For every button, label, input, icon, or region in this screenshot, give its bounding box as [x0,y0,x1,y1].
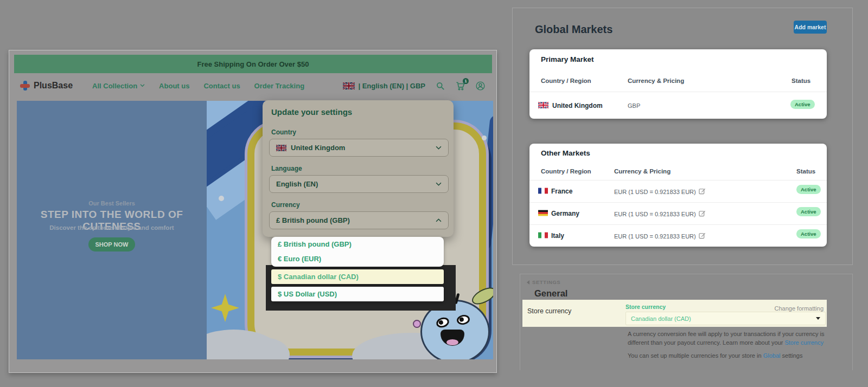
store-currency-row-label: Store currency [527,307,571,315]
nav-item-label: All Collection [92,82,137,90]
currency-pricing: EUR (1 USD = 0.921833 EUR) [614,188,706,196]
modal-title: Update your settings [271,107,352,117]
currency-text: EUR (1 USD = 0.921833 EUR) [614,189,696,195]
country-select[interactable]: United Kingdom [269,139,449,157]
uk-flag-icon [343,82,355,89]
column-header: Country / Region [541,168,591,175]
edit-icon[interactable] [699,232,706,240]
column-header: Status [792,78,810,84]
apple-mouth [441,330,464,346]
nav-item-about-us[interactable]: About us [159,82,189,90]
settings-general-panel: SETTINGS General Store currency Store cu… [520,274,853,370]
currency-option-label: $ Canadian dollar (CAD) [271,269,444,284]
currency-option-usd[interactable]: $ US Dollar (USD) [271,287,444,301]
account-icon[interactable] [475,81,486,91]
screenshot-canvas: Free Shipping On Order Over $50 PlusBase… [0,0,868,387]
illustration-dot [219,196,224,201]
edit-icon[interactable] [699,210,706,218]
global-settings-link[interactable]: Global [763,352,781,359]
note-text: settings [780,352,802,359]
status-badge: Active [796,207,821,216]
edit-icon[interactable] [699,188,706,196]
search-icon[interactable] [435,81,445,91]
column-header: Currency & Pricing [628,78,684,84]
store-currency-row-highlighted: Store currency Store currency Change for… [522,300,827,327]
country-name: France [551,188,572,195]
status-badge: Active [790,100,815,109]
multi-currency-note: You can set up multiple currencies for y… [628,352,845,360]
section-title: General [534,288,567,299]
chevron-down-icon [140,84,145,87]
country-name: United Kingdom [552,102,603,109]
chevron-down-icon [436,146,442,150]
chevron-up-icon [436,218,442,222]
nav-right-cluster: | English (EN) | GBP 1 [343,81,486,91]
chevron-down-icon [436,182,442,186]
currency-text: EUR (1 USD = 0.921833 EUR) [614,211,696,217]
plus-logo-icon [20,81,30,91]
currency-option-gbp[interactable]: £ British pound (GBP) [271,237,444,251]
column-header: Country / Region [541,78,591,84]
update-settings-modal: Update your settings Country United King… [263,100,454,237]
country-value: United Kingdom [291,144,345,152]
uk-flag-icon [276,145,286,151]
card-title: Primary Market [541,55,594,63]
storefront-navbar: PlusBase All Collection About us Contact… [9,73,496,98]
italy-flag-icon [538,232,548,238]
add-market-button[interactable]: Add market [794,21,827,34]
promo-banner: Free Shipping On Order Over $50 [14,55,492,73]
france-flag-icon [538,188,548,194]
cart-count-badge: 1 [463,78,469,84]
currency-pricing: EUR (1 USD = 0.921833 EUR) [614,210,706,218]
caret-down-icon [816,317,820,320]
status-badge: Active [796,185,821,194]
currency-pricing: EUR (1 USD = 0.921833 EUR) [614,232,706,240]
page-title: Global Markets [535,23,612,36]
apple-eye [456,314,471,326]
currency-option-eur[interactable]: € Euro (EUR) [271,251,444,266]
store-currency-link[interactable]: Store currency [784,339,824,346]
germany-flag-icon [538,210,548,216]
card-title: Other Markets [541,149,590,157]
hero-eyebrow: Our Best Sellers [17,200,207,207]
column-header: Status [796,168,815,175]
brand-logo[interactable]: PlusBase [20,81,73,91]
back-arrow-icon [527,280,529,285]
country-name: Germany [551,210,579,217]
cart-icon[interactable]: 1 [455,81,465,91]
shop-now-button[interactable]: SHOP NOW [88,237,135,251]
hero-text-panel: Our Best Sellers STEP INTO THE WORLD OF … [17,101,207,359]
language-select[interactable]: English (EN) [269,175,449,193]
settings-notes: A currency conversion fee will apply to … [628,330,845,360]
global-markets-panel: Global Markets Add market Primary Market… [512,8,853,265]
apple-eye [435,316,450,330]
primary-market-card: Primary Market Country / Region Currency… [529,49,827,119]
column-header: Currency & Pricing [614,168,671,175]
breadcrumb-label: SETTINGS [532,279,560,285]
nav-item-contact-us[interactable]: Contact us [203,82,240,90]
promo-banner-text: Free Shipping On Order Over $50 [197,60,309,68]
breadcrumb[interactable]: SETTINGS [527,279,560,285]
currency-text: EUR (1 USD = 0.921833 EUR) [614,233,696,240]
nav-item-order-tracking[interactable]: Order Tracking [254,82,304,90]
other-markets-card: Other Markets Country / Region Currency … [529,144,827,247]
store-currency-value: Canadian dollar (CAD) [631,315,691,322]
nav-item-all-collection[interactable]: All Collection [92,82,145,90]
currency-label: Currency [271,201,300,209]
brand-name: PlusBase [34,81,73,91]
store-currency-field-label: Store currency [626,304,666,310]
conversion-fee-note: A currency conversion fee will apply to … [628,330,845,347]
country-label: Country [271,128,296,136]
currency-value: GBP [628,102,640,109]
nav-menu: All Collection About us Contact us Order… [92,82,304,90]
currency-option-label: $ US Dollar (USD) [271,287,444,301]
currency-select[interactable]: £ British pound (GBP) [269,211,449,229]
currency-option-cad-highlighted[interactable]: $ Canadian dollar (CAD) [271,269,444,284]
note-text: You can set up multiple currencies for y… [628,352,763,359]
language-label: Language [271,165,302,172]
store-currency-select[interactable]: Canadian dollar (CAD) [626,312,826,325]
illustration-dot [482,136,487,140]
locale-currency-selector[interactable]: | English (EN) | GBP [343,82,425,90]
uk-flag-icon [538,102,548,108]
language-value: English (EN) [276,180,318,188]
